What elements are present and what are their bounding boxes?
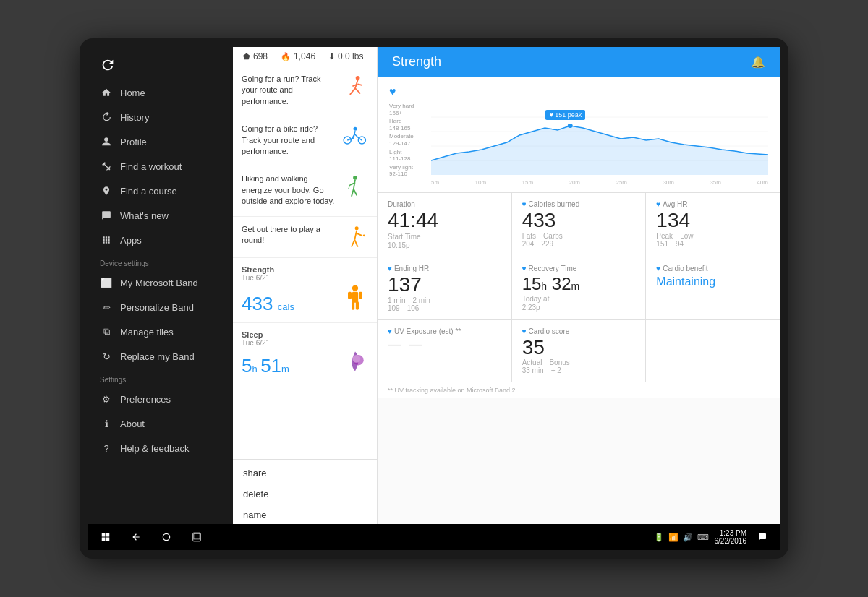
stat-recovery: ♥ Recovery Time 15h 32m Today at 2:23p (512, 257, 646, 319)
stat-uv: ♥ UV Exposure (est) ** — — (378, 320, 511, 382)
activity-list-wrapper: Going for a run? Track your route and pe… (233, 66, 377, 524)
golf-card-title: Get out there to play a round! (242, 224, 336, 246)
peak-label: ♥ 151 peak (545, 110, 585, 120)
svg-rect-25 (352, 301, 354, 310)
activity-card-hike[interactable]: Hiking and walking energize your body. G… (233, 166, 377, 216)
activity-card-sleep[interactable]: Sleep Tue 6/21 5h 51m (233, 323, 377, 385)
sidebar-about-label: About (120, 418, 145, 429)
svg-line-14 (349, 185, 350, 189)
sidebar-item-home[interactable]: Home (88, 80, 233, 105)
calories-vals-row: 204 229 (522, 240, 636, 248)
context-share[interactable]: share (233, 463, 377, 484)
svg-line-18 (354, 239, 357, 246)
context-delete[interactable]: delete (233, 484, 377, 504)
peak-hr-value: 151 (656, 240, 668, 248)
hr-line-chart (431, 103, 768, 175)
cs-heart-icon: ♥ (522, 327, 527, 335)
sidebar-item-apps[interactable]: Apps (88, 228, 233, 252)
sidebar-whats-new-label: What's new (120, 210, 169, 221)
sidebar-item-my-band[interactable]: ⬜ My Microsoft Band (88, 270, 233, 295)
tablet-screen: Home History Profile (88, 47, 780, 550)
sidebar-item-profile[interactable]: Profile (88, 129, 233, 154)
sidebar: Home History Profile (88, 47, 233, 524)
sleep-date: Tue 6/21 (242, 339, 368, 347)
bonus-value: + 2 (551, 366, 561, 374)
activity-card-strength[interactable]: Strength Tue 6/21 433 cals (233, 258, 377, 323)
windows-start-button[interactable] (95, 527, 116, 547)
weight-value: 0.0 lbs (338, 51, 363, 61)
cardio-benefit-value: Maintaining (656, 275, 770, 288)
sidebar-item-manage-tiles[interactable]: ⧉ Manage tiles (88, 319, 233, 344)
detail-header: Strength 🔔 (378, 47, 780, 77)
cs-sub-row: Actual Bonus (522, 358, 636, 366)
svg-line-3 (355, 88, 360, 93)
taskbar-system-icons: 🔋 📶 🔊 ⌨ (654, 533, 709, 542)
sidebar-item-history[interactable]: History (88, 105, 233, 129)
avg-hr-heart-icon: ♥ (656, 200, 660, 208)
sidebar-item-replace-band[interactable]: ↻ Replace my Band (88, 344, 233, 369)
course-icon (100, 184, 113, 197)
activity-card-run[interactable]: Going for a run? Track your route and pe… (233, 66, 377, 116)
time-10m: 10m (475, 179, 487, 186)
sidebar-item-about[interactable]: ℹ About (88, 411, 233, 436)
zone-very-hard: Very hard166+ (389, 103, 425, 116)
svg-point-21 (352, 285, 358, 291)
sleep-m-unit: m (281, 364, 289, 374)
context-name[interactable]: name (233, 504, 377, 524)
action-center-button[interactable] (752, 527, 773, 547)
sidebar-item-preferences[interactable]: ⚙ Preferences (88, 387, 233, 411)
tablet-button[interactable] (187, 527, 207, 547)
stats-grid: Duration 41:44 Start Time 10:15p ♥ Calor… (378, 192, 780, 382)
stat-cardio-benefit: ♥ Cardio benefit Maintaining (646, 257, 780, 319)
date-display: 6/22/2016 (715, 537, 747, 545)
zone-very-light: Very light92-110 (389, 164, 425, 178)
hr-chart-svg: ♥ 151 peak (431, 103, 768, 186)
avg-hr-label: ♥ Avg HR (656, 200, 770, 208)
apps-icon (100, 233, 113, 246)
weight-stat: ⬇ 0.0 lbs (328, 51, 363, 61)
duration-time: 10:15p (388, 241, 501, 249)
sleep-hours: 5 (242, 355, 252, 377)
uv-note: ** UV tracking available on Microsoft Ba… (378, 382, 780, 398)
run-card-title: Going for a run? Track your route and pe… (242, 74, 336, 107)
time-25m: 25m (616, 179, 627, 186)
hr-time-labels: 5m 10m 15m 20m 25m 30m 35m 40m (431, 179, 768, 186)
activity-card-golf[interactable]: Get out there to play a round! (233, 217, 377, 258)
uv-label: ♥ UV Exposure (est) ** (388, 327, 501, 335)
calories-label: ♥ Calories burned (522, 200, 636, 208)
strength-person-icon (342, 283, 368, 315)
cardio-heart-icon: ♥ (656, 265, 660, 272)
zone-hard: Hard148-165 (389, 118, 425, 132)
refresh-icon (100, 57, 116, 73)
ending-hr-sub: 1 min 2 min (388, 296, 501, 304)
strength-cals-value: 433 (242, 293, 273, 314)
svg-point-28 (352, 355, 360, 363)
svg-line-5 (358, 84, 362, 85)
home-taskbar-button[interactable] (156, 527, 176, 547)
svg-rect-36 (194, 533, 200, 539)
activity-list-scroll: Going for a run? Track your route and pe… (233, 66, 377, 459)
back-button[interactable] (126, 527, 146, 547)
stats-bar: ⬟ 698 🔥 1,046 ⬇ 0.0 lbs (233, 47, 377, 66)
sidebar-item-help[interactable]: ? Help & feedback (88, 436, 233, 460)
recovery-value: 15h 32m (522, 274, 636, 294)
detail-title: Strength (392, 54, 441, 69)
sleep-mins: 51 (260, 355, 281, 377)
golf-card-text: Get out there to play a round! (242, 224, 336, 248)
time-30m: 30m (663, 179, 674, 186)
peak-label-hr: Peak (656, 232, 673, 240)
cs-vals-row: 33 min + 2 (522, 366, 636, 374)
low-hr-value: 94 (676, 240, 684, 248)
settings-label: Settings (88, 369, 233, 387)
sidebar-item-find-workout[interactable]: Find a workout (88, 154, 233, 179)
activity-card-bike[interactable]: Going for a bike ride? Track your route … (233, 116, 377, 166)
sidebar-item-personalize[interactable]: ✏ Personalize Band (88, 295, 233, 319)
sidebar-item-find-course[interactable]: Find a course (88, 179, 233, 203)
weight-icon: ⬇ (328, 52, 335, 61)
bonus-label: Bonus (549, 358, 569, 366)
run-card-text: Going for a run? Track your route and pe… (242, 74, 336, 108)
svg-point-34 (163, 533, 169, 540)
sidebar-replace-label: Replace my Band (120, 351, 195, 362)
sidebar-item-whats-new[interactable]: What's new (88, 203, 233, 228)
sidebar-logo (88, 47, 233, 80)
